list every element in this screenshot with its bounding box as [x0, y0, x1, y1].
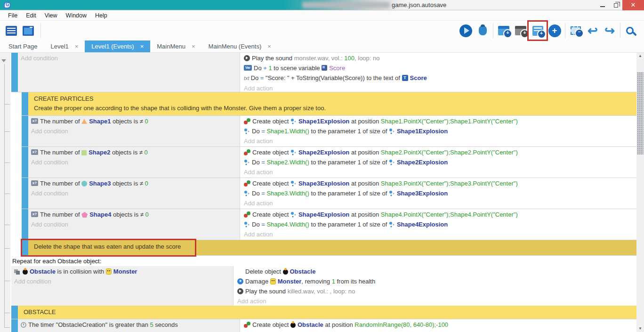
add-condition-link[interactable]: Add condition: [31, 219, 237, 229]
add-condition-link[interactable]: Add condition: [21, 53, 237, 63]
add-event-sheet-button[interactable]: [529, 22, 546, 39]
conditions-cell[interactable]: The number of Shape3 objects is ≠ 0Add c…: [28, 178, 240, 209]
menu-window[interactable]: Window: [62, 12, 91, 19]
menu-file[interactable]: File: [4, 12, 22, 19]
scroll-down-icon[interactable]: ▼: [636, 325, 644, 332]
tab-close-icon[interactable]: ×: [267, 43, 271, 50]
tab-close-icon[interactable]: ×: [140, 43, 144, 50]
comment-row[interactable]: OBSTACLE: [11, 306, 636, 319]
scene-editor-button[interactable]: [20, 22, 37, 39]
action[interactable]: Create object Shape4Explosion at positio…: [244, 210, 634, 219]
tab-start-page[interactable]: Start Page: [2, 40, 44, 52]
text-segment: 5: [150, 321, 153, 328]
action[interactable]: Play the sound monster.wav, vol.: 100, l…: [244, 53, 634, 63]
vertical-scrollbar[interactable]: ▲ ▼: [636, 53, 644, 332]
action[interactable]: Do = Shape2.Width() to the parameter 1 o…: [244, 157, 634, 167]
collapse-triangle-icon[interactable]: [1, 59, 6, 62]
comment-body[interactable]: CREATE PARTICLESCreate the proper one ac…: [28, 92, 636, 115]
action[interactable]: Delete object Obstacle: [237, 267, 634, 276]
add-condition-link[interactable]: Add condition: [14, 276, 230, 286]
tab-mainmenu-events-[interactable]: MainMenu (Events)×: [202, 40, 278, 52]
redo-button[interactable]: ↪: [601, 22, 618, 39]
event-row[interactable]: The timer "ObstacleCreation" is greater …: [11, 319, 636, 332]
add-condition-link[interactable]: Add condition: [31, 157, 237, 167]
scroll-up-icon[interactable]: ▲: [636, 53, 644, 59]
event-row[interactable]: The number of Shape3 objects is ≠ 0Add c…: [22, 178, 636, 209]
conditions-cell[interactable]: Add condition: [18, 53, 240, 92]
debug-button[interactable]: [474, 22, 491, 39]
menu-edit[interactable]: Edit: [22, 12, 40, 19]
search-button[interactable]: [622, 22, 639, 39]
add-action-link[interactable]: Add action: [244, 198, 634, 208]
repeat-event-row[interactable]: Repeat for each Obstacle object:Obstacle…: [11, 256, 636, 306]
condition[interactable]: The number of Shape2 objects is ≠ 0: [31, 147, 237, 157]
event-row[interactable]: The number of Shape4 objects is ≠ 0Add c…: [22, 209, 636, 240]
comment-row[interactable]: Delete the shape that was eaten and upda…: [22, 240, 636, 256]
minimize-button[interactable]: [596, 0, 609, 10]
text-segment: =: [260, 74, 266, 81]
event-row[interactable]: The number of Shape1 objects is ≠ 0Add c…: [22, 116, 636, 147]
add-external-window-button[interactable]: [512, 22, 529, 39]
action[interactable]: Create object Obstacle at position Rando…: [244, 320, 634, 330]
conditions-cell[interactable]: Obstacle is in collision with MonsterAdd…: [11, 266, 233, 306]
project-manager-button[interactable]: [3, 22, 20, 39]
add-scene-window-button[interactable]: [495, 22, 512, 39]
remove-selection-button[interactable]: [567, 22, 584, 39]
text-segment: Shape4: [89, 211, 111, 218]
actions-cell[interactable]: Create object Shape2Explosion at positio…: [240, 147, 636, 178]
scrollbar-thumb[interactable]: [637, 72, 644, 154]
actions-cell[interactable]: Create object Shape1Explosion at positio…: [240, 116, 636, 146]
condition[interactable]: The number of Shape3 objects is ≠ 0: [31, 178, 237, 188]
comment-body[interactable]: OBSTACLE: [18, 306, 636, 319]
tab-level1[interactable]: Level1×: [44, 40, 85, 52]
comment-row[interactable]: CREATE PARTICLESCreate the proper one ac…: [22, 92, 636, 116]
tab-level1-events-[interactable]: Level1 (Events)×: [85, 40, 150, 52]
actions-cell[interactable]: Create object Shape4Explosion at positio…: [240, 209, 636, 240]
action[interactable]: Do + 1 to scene variable Score: [244, 63, 634, 73]
add-plus-button[interactable]: [546, 22, 563, 39]
tab-close-icon[interactable]: ×: [192, 43, 195, 50]
undo-button[interactable]: ↩: [584, 22, 601, 39]
comment-body[interactable]: Delete the shape that was eaten and upda…: [28, 240, 636, 255]
conditions-cell[interactable]: The number of Shape4 objects is ≠ 0Add c…: [28, 209, 240, 240]
condition[interactable]: Obstacle is in collision with Monster: [14, 267, 230, 276]
add-action-link[interactable]: Add action: [244, 83, 634, 92]
add-condition-link[interactable]: Add condition: [31, 126, 237, 136]
action[interactable]: txtDo = "Score: " + ToString(Variable(Sc…: [244, 73, 634, 83]
add-event-sheet-icon: [532, 26, 543, 36]
action[interactable]: Damage Monster, removing 1 from its heal…: [237, 276, 634, 286]
event-row[interactable]: The number of Shape2 objects is ≠ 0Add c…: [22, 147, 636, 178]
tab-mainmenu[interactable]: MainMenu×: [150, 40, 201, 52]
add-condition-link[interactable]: Add condition: [31, 188, 237, 198]
close-button[interactable]: ✕: [622, 0, 644, 10]
menu-view[interactable]: View: [40, 12, 62, 19]
conditions-cell[interactable]: The number of Shape2 objects is ≠ 0Add c…: [28, 147, 240, 178]
add-action-link[interactable]: Add action: [244, 136, 634, 146]
condition[interactable]: The number of Shape4 objects is ≠ 0: [31, 210, 237, 219]
action[interactable]: Do = Shape4.Width() to the parameter 1 o…: [244, 219, 634, 229]
add-action-link[interactable]: Add action: [244, 167, 634, 177]
tab-close-icon[interactable]: ×: [75, 43, 79, 50]
action[interactable]: Do = Shape1.Width() to the parameter 1 o…: [244, 126, 634, 136]
action[interactable]: Create object Shape3Explosion at positio…: [244, 178, 634, 188]
menu-help[interactable]: Help: [91, 12, 112, 19]
action[interactable]: Create object Shape1Explosion at positio…: [244, 116, 634, 126]
actions-cell[interactable]: Create object Obstacle at position Rando…: [240, 319, 636, 332]
condition[interactable]: The number of Shape1 objects is ≠ 0: [31, 116, 237, 126]
conditions-cell[interactable]: The timer "ObstacleCreation" is greater …: [18, 319, 240, 332]
action[interactable]: Create object Shape2Explosion at positio…: [244, 147, 634, 157]
actions-cell[interactable]: Create object Shape3Explosion at positio…: [240, 178, 636, 209]
play-button[interactable]: [457, 22, 474, 39]
create-icon: [244, 322, 250, 328]
actions-cell[interactable]: Delete object ObstacleDamage Monster, re…: [233, 266, 636, 306]
actions-cell[interactable]: Play the sound monster.wav, vol.: 100, l…: [240, 53, 636, 92]
condition[interactable]: The timer "ObstacleCreation" is greater …: [21, 320, 237, 330]
add-action-link[interactable]: Add action: [244, 229, 634, 239]
event-indent-bar: [22, 209, 28, 240]
event-row[interactable]: Add conditionPlay the sound monster.wav,…: [11, 53, 636, 92]
action[interactable]: Play the sound killed.wav, vol.: , loop:…: [237, 286, 634, 296]
maximize-button[interactable]: [609, 0, 622, 10]
conditions-cell[interactable]: The number of Shape1 objects is ≠ 0Add c…: [28, 116, 240, 146]
add-action-link[interactable]: Add action: [237, 296, 634, 306]
action[interactable]: Do = Shape3.Width() to the parameter 1 o…: [244, 188, 634, 198]
